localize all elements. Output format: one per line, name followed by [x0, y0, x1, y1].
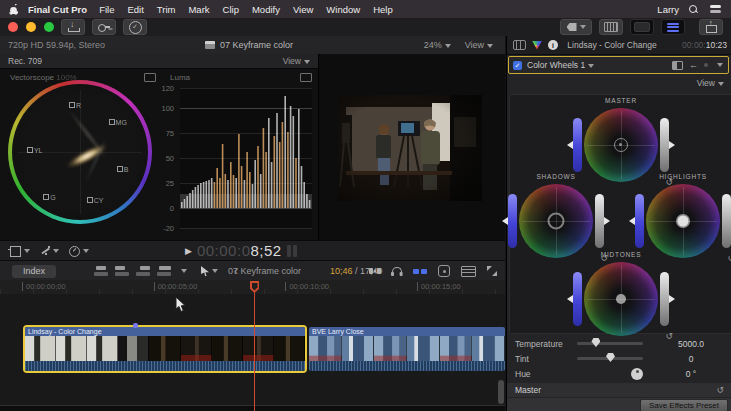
overwrite-edit-button[interactable]: [157, 265, 172, 277]
connect-edit-button[interactable]: [94, 265, 109, 277]
reset-icon[interactable]: ↺: [727, 253, 731, 263]
wheel-puck[interactable]: [678, 216, 689, 227]
slider-thumb[interactable]: [591, 338, 600, 347]
wheel-puck[interactable]: [548, 213, 565, 230]
retime-tool[interactable]: [69, 246, 89, 257]
keyword-tag-button[interactable]: [560, 19, 592, 35]
effects-correction-tool[interactable]: [40, 246, 59, 256]
keyframe-dot-icon[interactable]: [704, 63, 708, 67]
param-slider[interactable]: [577, 342, 643, 345]
hue-wheel[interactable]: [584, 262, 658, 336]
brightness-slider[interactable]: [722, 194, 731, 248]
saturation-slider[interactable]: [573, 272, 582, 326]
menu-item-trim[interactable]: Trim: [157, 4, 176, 15]
menu-app-name[interactable]: Final Cut Pro: [28, 4, 87, 15]
compare-view-icon[interactable]: [672, 61, 683, 70]
menu-item-help[interactable]: Help: [373, 4, 393, 15]
clip-thumbnail: [407, 336, 440, 361]
wheels-view-menu[interactable]: View: [697, 78, 724, 88]
search-icon[interactable]: [689, 5, 698, 14]
tag-icon: [567, 23, 577, 31]
share-button[interactable]: [699, 19, 723, 35]
wheel-puck[interactable]: [616, 294, 626, 304]
select-tool-menu[interactable]: [201, 266, 218, 276]
effect-enabled-checkbox[interactable]: ✓: [513, 61, 522, 70]
index-button[interactable]: Index: [12, 265, 56, 278]
master-section-row[interactable]: Master ↺: [507, 383, 731, 397]
param-value[interactable]: 0 °: [655, 369, 727, 379]
wheel-puck[interactable]: [614, 138, 628, 152]
inspector-bottom-bar: Save Effects Preset: [507, 398, 731, 411]
effect-name-menu[interactable]: Color Wheels 1: [527, 60, 594, 70]
param-value[interactable]: 5000.0: [655, 339, 727, 349]
slider-thumb[interactable]: [606, 353, 615, 362]
append-edit-button[interactable]: [136, 265, 151, 277]
color-inspector-tab-icon[interactable]: [532, 41, 542, 50]
timeline-toggle-button[interactable]: [630, 19, 654, 35]
zoom-window-button[interactable]: [44, 22, 54, 32]
scopes-view-menu[interactable]: View: [283, 56, 310, 66]
scope-display-icon[interactable]: [300, 73, 312, 82]
saturation-slider[interactable]: [635, 194, 644, 248]
audio-monitor-icon[interactable]: [392, 267, 402, 276]
project-format-label: 720p HD 59.94p, Stereo: [8, 40, 105, 50]
hue-wheel[interactable]: [584, 108, 658, 182]
param-value[interactable]: 0: [655, 354, 727, 364]
clip-audio-waveform: [309, 361, 505, 371]
saturation-slider[interactable]: [508, 194, 517, 248]
trim-display-icon[interactable]: [369, 267, 381, 275]
brightness-slider[interactable]: [660, 118, 669, 172]
timeline-horizontal-scrollbar[interactable]: [0, 405, 505, 411]
hue-wheel[interactable]: [646, 184, 720, 258]
back-arrow-icon[interactable]: ←: [689, 61, 698, 69]
insert-edit-button[interactable]: [115, 265, 130, 277]
menu-item-mark[interactable]: Mark: [188, 4, 209, 15]
timeline-clip[interactable]: BVE Larry Close: [309, 327, 505, 371]
vectorscope-target-yl: YL: [27, 147, 43, 154]
timeline-zoom-fit-icon[interactable]: [487, 266, 497, 276]
inspector-toggle-button[interactable]: [661, 19, 685, 35]
menu-item-edit[interactable]: Edit: [127, 4, 143, 15]
save-effects-preset-button[interactable]: Save Effects Preset: [640, 399, 728, 411]
viewer-zoom-menu[interactable]: 24%: [424, 40, 451, 50]
video-inspector-tab-icon[interactable]: [513, 40, 526, 50]
menu-item-file[interactable]: File: [99, 4, 114, 15]
playhead-line[interactable]: [254, 282, 255, 411]
keyword-editor-button[interactable]: [92, 19, 116, 35]
hue-wheel[interactable]: [519, 184, 593, 258]
luma-tick-label: 100: [156, 104, 174, 113]
play-icon[interactable]: ▶: [185, 246, 192, 256]
saturation-slider[interactable]: [573, 118, 582, 172]
control-center-icon[interactable]: [710, 5, 721, 13]
skimming-toggle-icon[interactable]: [413, 269, 427, 274]
param-slider[interactable]: [577, 357, 643, 360]
timeline-vertical-scrollbar[interactable]: [498, 380, 504, 404]
close-window-button[interactable]: [8, 22, 18, 32]
menu-item-modify[interactable]: Modify: [252, 4, 280, 15]
brightness-slider[interactable]: [595, 194, 604, 248]
audio-meters[interactable]: [287, 245, 297, 257]
reset-icon[interactable]: ↺: [716, 385, 724, 395]
chevron-down-icon[interactable]: [181, 269, 187, 273]
transform-crop-tool[interactable]: [10, 246, 30, 257]
menu-item-view[interactable]: View: [293, 4, 313, 15]
viewer-view-menu[interactable]: View: [465, 40, 493, 50]
timeline-body[interactable]: Lindsay - Color ChangeBVE Larry Close: [0, 294, 505, 411]
color-correction-effect-row[interactable]: ✓ Color Wheels 1 ←: [508, 56, 729, 74]
clip-appearance-icon[interactable]: [461, 266, 476, 277]
effects-browser-icon[interactable]: [438, 265, 450, 277]
scope-display-icon[interactable]: [144, 73, 156, 82]
menu-item-window[interactable]: Window: [326, 4, 360, 15]
menu-user[interactable]: Larry: [657, 4, 679, 15]
browser-toggle-button[interactable]: [599, 19, 623, 35]
timeline-clip[interactable]: Lindsay - Color Change: [25, 327, 305, 371]
import-media-button[interactable]: [61, 19, 85, 35]
hue-dial[interactable]: [631, 368, 643, 380]
clip-marker[interactable]: [133, 323, 138, 328]
menu-item-clip[interactable]: Clip: [223, 4, 239, 15]
apple-logo-icon[interactable]: [9, 4, 18, 15]
minimize-window-button[interactable]: [26, 22, 36, 32]
background-tasks-button[interactable]: ✓: [123, 19, 147, 35]
chevron-down-icon[interactable]: [717, 63, 723, 67]
brightness-slider[interactable]: [660, 272, 669, 326]
